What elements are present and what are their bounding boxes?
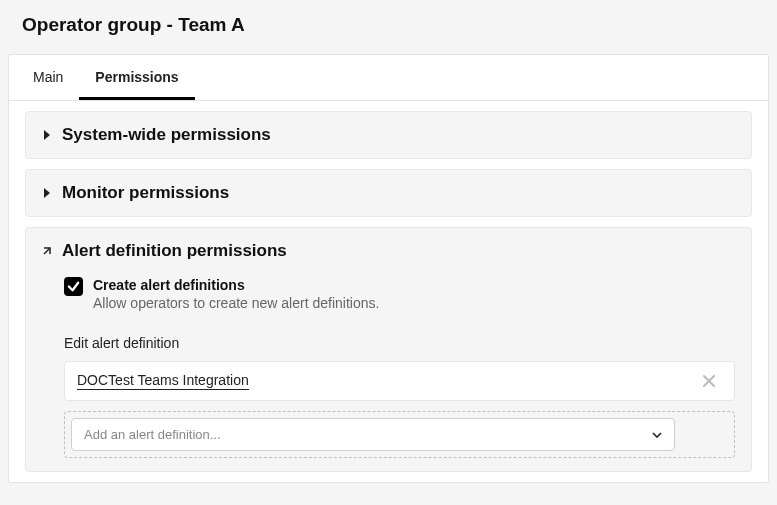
- panel-body-alert-def: Create alert definitions Allow operators…: [42, 277, 735, 458]
- chevron-right-icon: [42, 188, 52, 198]
- add-alert-definition-container: Add an alert definition...: [64, 411, 735, 458]
- create-alert-definitions-label: Create alert definitions: [93, 277, 379, 293]
- tab-main[interactable]: Main: [17, 55, 79, 100]
- tabs: Main Permissions: [9, 55, 768, 101]
- panel-title: System-wide permissions: [62, 125, 271, 145]
- chevron-down-icon: [652, 432, 662, 438]
- alert-definition-item-row: DOCTest Teams Integration: [64, 361, 735, 401]
- chevron-right-icon: [42, 130, 52, 140]
- page-title: Operator group - Team A: [0, 0, 777, 54]
- panel-title: Alert definition permissions: [62, 241, 287, 261]
- remove-alert-definition-button[interactable]: [696, 372, 722, 390]
- content-card: Main Permissions System-wide permissions…: [8, 54, 769, 483]
- panel-header-alert-def[interactable]: Alert definition permissions: [42, 241, 735, 261]
- tab-permissions[interactable]: Permissions: [79, 55, 194, 100]
- create-alert-definitions-checkbox[interactable]: [64, 277, 83, 296]
- create-alert-definitions-row: Create alert definitions Allow operators…: [64, 277, 735, 311]
- panel-title: Monitor permissions: [62, 183, 229, 203]
- panel-system-wide-permissions: System-wide permissions: [25, 111, 752, 159]
- alert-definition-item-link[interactable]: DOCTest Teams Integration: [77, 372, 249, 390]
- edit-alert-definition-label: Edit alert definition: [64, 335, 735, 351]
- panel-monitor-permissions: Monitor permissions: [25, 169, 752, 217]
- add-alert-definition-select[interactable]: Add an alert definition...: [71, 418, 675, 451]
- panel-header-system-wide[interactable]: System-wide permissions: [42, 125, 735, 145]
- add-alert-definition-placeholder: Add an alert definition...: [84, 427, 221, 442]
- create-alert-definitions-description: Allow operators to create new alert defi…: [93, 295, 379, 311]
- chevron-down-open-icon: [42, 246, 52, 256]
- panel-alert-definition-permissions: Alert definition permissions Create aler…: [25, 227, 752, 472]
- panel-header-monitor[interactable]: Monitor permissions: [42, 183, 735, 203]
